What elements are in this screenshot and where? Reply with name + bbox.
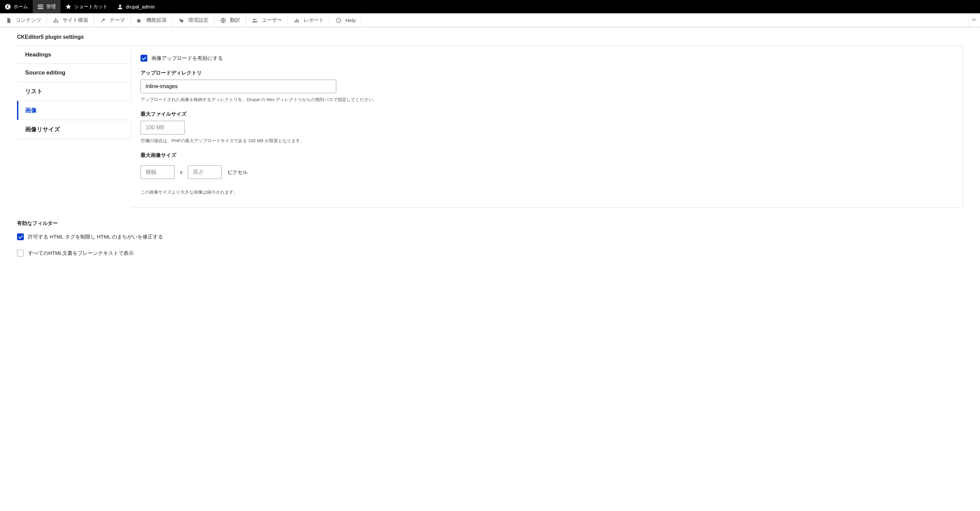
admintab-structure[interactable]: サイト構築 bbox=[47, 14, 94, 27]
admintab-help-label: Help bbox=[345, 18, 356, 23]
svg-point-1 bbox=[119, 5, 121, 6]
topbar-user-label: drupal_admin bbox=[126, 4, 155, 10]
admintab-help[interactable]: ? Help bbox=[330, 14, 362, 27]
collapse-icon bbox=[972, 17, 978, 24]
globe-icon bbox=[220, 17, 227, 24]
upload-directory-help: アップロードされた画像を格納するディレクトリを、Drupal の files デ… bbox=[140, 97, 954, 103]
svg-point-4 bbox=[55, 21, 56, 23]
filter-limit-html[interactable]: 許可する HTML タグを制限し HTML のまちがいを修正する bbox=[17, 233, 963, 240]
dimensions-help: この画像サイズより大きな画像は縮小されます。 bbox=[140, 189, 954, 195]
admintab-reports-label: レポート bbox=[304, 17, 324, 24]
dimensions-x: x bbox=[180, 169, 182, 175]
admintab-extend[interactable]: 機能拡張 bbox=[130, 14, 172, 27]
vtab-headings[interactable]: Headings bbox=[17, 46, 132, 64]
puzzle-icon bbox=[136, 17, 143, 24]
enable-image-upload-label: 画像アップロードを有効にする bbox=[151, 55, 223, 62]
svg-point-0 bbox=[5, 4, 11, 9]
vtab-source-editing[interactable]: Source editing bbox=[17, 64, 132, 82]
max-filesize-label: 最大ファイルサイズ bbox=[140, 111, 954, 117]
filter-plain-text-checkbox[interactable] bbox=[17, 250, 24, 256]
topbar-manage[interactable]: 管理 bbox=[33, 0, 60, 13]
svg-rect-11 bbox=[298, 19, 299, 22]
people-icon bbox=[251, 17, 258, 24]
svg-rect-10 bbox=[296, 19, 298, 22]
admintab-structure-label: サイト構築 bbox=[63, 17, 88, 24]
file-icon bbox=[5, 17, 12, 24]
enable-image-upload-checkbox[interactable] bbox=[140, 55, 147, 62]
admintab-config-label: 環境設定 bbox=[188, 17, 208, 24]
back-icon bbox=[5, 4, 11, 10]
vertical-tabs: Headings Source editing リスト 画像 画像リサイズ bbox=[17, 46, 132, 208]
height-input[interactable] bbox=[188, 166, 222, 179]
image-settings-panel: 画像アップロードを有効にする アップロードディレクトリ アップロードされた画像を… bbox=[132, 46, 963, 208]
upload-directory-label: アップロードディレクトリ bbox=[140, 70, 954, 76]
plugin-settings-title: CKEditor5 plugin settings bbox=[17, 34, 963, 40]
hamburger-icon bbox=[37, 4, 43, 10]
topbar: ホーム 管理 ショートカット drupal_admin bbox=[0, 0, 980, 13]
admin-toolbar: コンテンツ サイト構築 テーマ 機能拡張 環境設定 翻訳 ユーザー bbox=[0, 13, 980, 27]
svg-point-8 bbox=[255, 19, 256, 20]
svg-rect-9 bbox=[295, 21, 296, 22]
upload-directory-input[interactable] bbox=[140, 80, 336, 93]
structure-icon bbox=[52, 17, 59, 24]
admintab-translate[interactable]: 翻訳 bbox=[215, 14, 246, 27]
admintab-appearance-label: テーマ bbox=[110, 17, 125, 24]
filter-limit-html-checkbox[interactable] bbox=[17, 233, 24, 240]
admintab-spacer bbox=[362, 14, 969, 27]
topbar-home-label: ホーム bbox=[14, 4, 28, 10]
page-content: CKEditor5 plugin settings Headings Sourc… bbox=[0, 27, 980, 273]
topbar-manage-label: 管理 bbox=[46, 4, 56, 10]
vtab-list[interactable]: リスト bbox=[17, 82, 132, 101]
admintab-people[interactable]: ユーザー bbox=[246, 14, 288, 27]
filter-plain-text[interactable]: すべてのHTML文書をプレーンテキストで表示 bbox=[17, 250, 963, 256]
wrench-icon bbox=[99, 17, 106, 24]
help-icon: ? bbox=[335, 17, 342, 24]
enable-image-upload-row[interactable]: 画像アップロードを有効にする bbox=[140, 55, 954, 62]
admintab-content-label: コンテンツ bbox=[16, 17, 41, 24]
admintab-people-label: ユーザー bbox=[262, 17, 282, 24]
max-filesize-help: 空欄の場合は、PHPの最大アップロードサイズである 100 MB が限度となりま… bbox=[140, 138, 954, 144]
svg-point-2 bbox=[55, 18, 56, 19]
svg-point-7 bbox=[253, 18, 255, 20]
filter-plain-text-label: すべてのHTML文書をプレーンテキストで表示 bbox=[28, 250, 134, 256]
topbar-shortcuts[interactable]: ショートカット bbox=[60, 0, 112, 13]
svg-point-3 bbox=[53, 21, 55, 23]
filters-title: 有効なフィルター bbox=[17, 220, 963, 226]
admintab-content[interactable]: コンテンツ bbox=[0, 14, 47, 27]
svg-text:?: ? bbox=[337, 18, 340, 22]
vtab-image[interactable]: 画像 bbox=[17, 101, 132, 120]
admintab-collapse[interactable] bbox=[969, 14, 980, 27]
admintab-reports[interactable]: レポート bbox=[288, 14, 330, 27]
admintab-extend-label: 機能拡張 bbox=[146, 17, 167, 24]
max-dimensions-label: 最大画像サイズ bbox=[140, 152, 954, 159]
dimensions-row: x ピクセル bbox=[140, 166, 954, 179]
star-icon bbox=[65, 4, 72, 10]
dimensions-unit: ピクセル bbox=[227, 169, 248, 175]
topbar-back[interactable]: ホーム bbox=[0, 0, 33, 13]
vtab-image-resize[interactable]: 画像リサイズ bbox=[17, 120, 132, 139]
width-input[interactable] bbox=[140, 166, 175, 179]
user-icon bbox=[117, 4, 123, 10]
admintab-translate-label: 翻訳 bbox=[230, 17, 240, 24]
barchart-icon bbox=[293, 17, 300, 24]
plugin-settings: Headings Source editing リスト 画像 画像リサイズ 画像… bbox=[17, 46, 963, 208]
filter-limit-html-label: 許可する HTML タグを制限し HTML のまちがいを修正する bbox=[28, 234, 163, 240]
max-filesize-input[interactable] bbox=[140, 121, 185, 134]
topbar-shortcuts-label: ショートカット bbox=[74, 4, 108, 10]
admintab-appearance[interactable]: テーマ bbox=[94, 14, 130, 27]
topbar-user[interactable]: drupal_admin bbox=[112, 0, 159, 13]
admintab-config[interactable]: 環境設定 bbox=[172, 14, 215, 27]
sliders-icon bbox=[178, 17, 185, 24]
svg-point-5 bbox=[57, 21, 58, 23]
